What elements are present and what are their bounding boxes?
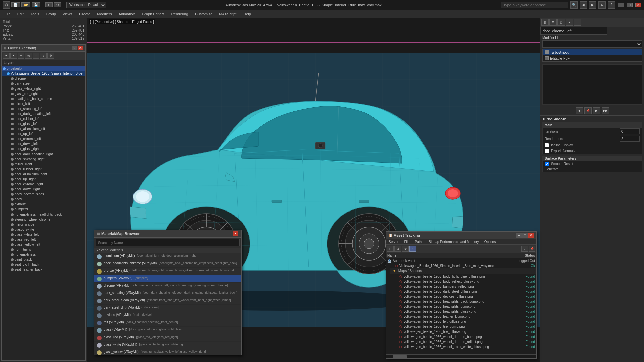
redo-btn[interactable]: ↪ <box>54 2 61 7</box>
menu-modifiers[interactable]: Modifiers <box>94 11 115 17</box>
mat-item-12[interactable]: glass_white (VRayMtl) [glass_white_left,… <box>94 342 241 349</box>
layer-item-15[interactable]: door_down_left <box>2 141 85 146</box>
layer-tool-move-up[interactable]: ↑ <box>33 53 39 59</box>
layer-item-20[interactable]: door_rubber_right <box>2 167 85 172</box>
scroll-thumb[interactable] <box>393 355 407 358</box>
layer-item-39[interactable]: seat_cloth_back <box>2 262 85 267</box>
mat-item-4[interactable]: chrome (VRayMtl) [chrome,door_chrome_lef… <box>94 283 241 290</box>
layers-help-btn[interactable]: ? <box>72 46 77 50</box>
layer-item-23[interactable]: door_chrome_right <box>2 182 85 187</box>
nav-pin[interactable]: 📌 <box>584 107 592 114</box>
layer-item-6[interactable]: headlights_back_chrome <box>2 96 85 101</box>
layer-tool-new[interactable]: ✦ <box>3 53 10 59</box>
layer-item-31[interactable]: mirror_inside <box>2 222 85 227</box>
right-tool-3[interactable]: ◻ <box>557 19 565 26</box>
asset-tool-2[interactable]: ⊞ <box>394 246 401 252</box>
mat-search-input[interactable] <box>96 239 240 246</box>
layer-item-29[interactable]: no_emptiness_headlights_back <box>2 212 85 217</box>
prop-group-surface-header[interactable]: Surface Parameters <box>543 156 642 161</box>
asset-subfolder-maps[interactable]: ▼ Maps / Shaders <box>390 268 536 274</box>
layer-tool-move-down[interactable]: ↓ <box>40 53 47 59</box>
mat-item-8[interactable]: devices (VRayMtl) [main_device] <box>94 312 241 319</box>
layer-item-34[interactable]: glass_red_left <box>2 237 85 242</box>
asset-minimize-btn[interactable]: ─ <box>516 233 522 238</box>
mat-item-2[interactable]: bronze (VRayMtl) [left_wheel_bronze,righ… <box>94 268 241 275</box>
layer-item-12[interactable]: door_aluminium_left <box>2 126 85 131</box>
layer-item-7[interactable]: mirror_left <box>2 101 85 106</box>
layer-item-3[interactable]: dark_steel <box>2 81 85 86</box>
asset-tool-help[interactable]: ? <box>521 246 528 252</box>
asset-tool-4-active[interactable]: ≡ <box>409 246 416 252</box>
new-btn[interactable]: 📄 <box>11 2 20 7</box>
modifier-turbosmooth[interactable]: TurboSmooth <box>543 49 642 55</box>
asset-tool-1[interactable]: ◻ <box>387 246 394 252</box>
smooth-result-checkbox[interactable] <box>545 162 549 166</box>
layer-item-24[interactable]: door_down_right <box>2 187 85 192</box>
modifier-name-field[interactable] <box>540 27 607 35</box>
mat-item-0[interactable]: aluminium (VRayMtl) [door_aluminium_left… <box>94 253 241 260</box>
search-input[interactable] <box>501 2 568 8</box>
search-icon[interactable]: 🔍 <box>570 1 578 9</box>
nav-prev[interactable]: ◀ <box>576 107 583 114</box>
mat-browser-close-btn[interactable]: ✕ <box>233 231 238 236</box>
asset-file-8[interactable]: ⬡volkswagen_beetle_1966_leather_bump.png… <box>393 314 536 319</box>
asset-file-9[interactable]: ⬡volkswagen_beetle_1966_left_diffuse.png… <box>393 319 536 324</box>
layer-item-22[interactable]: door_up_right <box>2 177 85 182</box>
layer-tool-options[interactable]: ⚙ <box>47 53 54 59</box>
prop-group-main-header[interactable]: Main <box>543 123 642 128</box>
layer-item-1[interactable]: Volkswagen_Beetle_1966_Simple_Interior_B… <box>2 71 85 76</box>
layer-item-18[interactable]: door_sheating_right <box>2 157 85 162</box>
layer-item-14[interactable]: door_chrome_left <box>2 136 85 141</box>
modifier-dropdown[interactable] <box>542 40 642 48</box>
asset-tree[interactable]: 🏦 Autodesk Vault Logged Out ⬡ Volkswagen… <box>386 258 536 354</box>
mat-item-6[interactable]: dark_steel_clean (VRayMtl) [exhaust,fron… <box>94 297 241 305</box>
iterations-input[interactable] <box>620 128 640 134</box>
asset-file-12[interactable]: ⬡volkswagen_beetle_1966_wheel_chrome_bum… <box>393 334 536 339</box>
mat-scene-materials-header[interactable]: - Scene Materials <box>94 248 241 253</box>
layer-item-10[interactable]: door_rubber_left <box>2 116 85 121</box>
asset-file-1[interactable]: ⬡volkswagen_beetle_1966_body_reflect_glo… <box>393 279 536 284</box>
layer-item-38[interactable]: paint_black <box>2 257 85 262</box>
layers-close-btn[interactable]: ✕ <box>78 46 83 50</box>
layer-item-16[interactable]: door_glass_right <box>2 146 85 152</box>
explicit-normals-checkbox[interactable] <box>545 149 549 153</box>
prev-search-icon[interactable]: ◀ <box>580 1 587 9</box>
asset-main-file[interactable]: ⬡ Volkswagen_Beetle_1966_Simple_Interior… <box>390 263 536 268</box>
layer-item-25[interactable]: body_bottom_sides <box>2 192 85 197</box>
layer-item-5[interactable]: glass_red_right <box>2 91 85 96</box>
right-tool-4[interactable]: ✦ <box>566 19 573 26</box>
menu-edit[interactable]: Edit <box>14 11 27 17</box>
menu-create[interactable]: Create <box>76 11 94 17</box>
asset-tool-3[interactable]: ⚙ <box>402 246 409 252</box>
mat-item-10[interactable]: glass (VRayMtl) [door_glass_left,door_gl… <box>94 327 241 334</box>
right-tool-5[interactable]: ☰ <box>574 19 581 26</box>
asset-file-6[interactable]: ⬡volkswagen_beetle_1966_headlights_bump.… <box>393 304 536 309</box>
asset-file-0[interactable]: ⬡volkswagen_beetle_1966_body_light_blue_… <box>393 274 536 279</box>
menu-views[interactable]: Views <box>59 11 76 17</box>
menu-maxscript[interactable]: MAXScript <box>216 11 240 17</box>
layer-item-27[interactable]: exhaust <box>2 202 85 207</box>
asset-file-14[interactable]: ⬡volkswagen_beetle_1966_wheel_paint_whit… <box>393 344 536 349</box>
asset-file-7[interactable]: ⬡volkswagen_beetle_1966_headlights_gloss… <box>393 309 536 314</box>
asset-file-2[interactable]: ⬡volkswagen_beetle_1966_bumpers_reflect.… <box>393 284 536 289</box>
layer-tool-delete[interactable]: ✕ <box>10 53 17 59</box>
mat-item-11[interactable]: glass_red (VRayMtl) [glass_red_left,glas… <box>94 334 241 342</box>
render-iters-input[interactable] <box>620 136 640 142</box>
layer-item-40[interactable]: seat_leather_back <box>2 267 85 272</box>
menu-file[interactable]: File <box>1 11 14 17</box>
nav-next[interactable]: ▶ <box>593 107 600 114</box>
layer-item-9[interactable]: door_dark_sheating_left <box>2 111 85 116</box>
menu-group[interactable]: Group <box>42 11 59 17</box>
layer-tool-add[interactable]: + <box>18 53 24 59</box>
asset-vault-row[interactable]: 🏦 Autodesk Vault Logged Out <box>386 258 536 263</box>
layer-item-36[interactable]: front_turns <box>2 247 85 252</box>
asset-file-3[interactable]: ⬡volkswagen_beetle_1966_dark_steel_diffu… <box>393 289 536 294</box>
asset-close-btn[interactable]: ✕ <box>528 233 534 238</box>
maximize-button[interactable]: □ <box>627 3 633 7</box>
layers-list[interactable]: 0 (default)Volkswagen_Beetle_1966_Simple… <box>2 66 85 360</box>
asset-file-10[interactable]: ⬡volkswagen_beetle_1966_tire_bump.pngFou… <box>393 324 536 329</box>
layer-item-30[interactable]: steering_wheel_chrome <box>2 217 85 222</box>
asset-menu-server[interactable]: Server <box>386 239 401 244</box>
asset-file-13[interactable]: ⬡volkswagen_beetle_1966_wheel_chrome_ref… <box>393 339 536 344</box>
mat-item-9[interactable]: felt (VRayMtl) [back_floor,floor,sheatin… <box>94 319 241 327</box>
